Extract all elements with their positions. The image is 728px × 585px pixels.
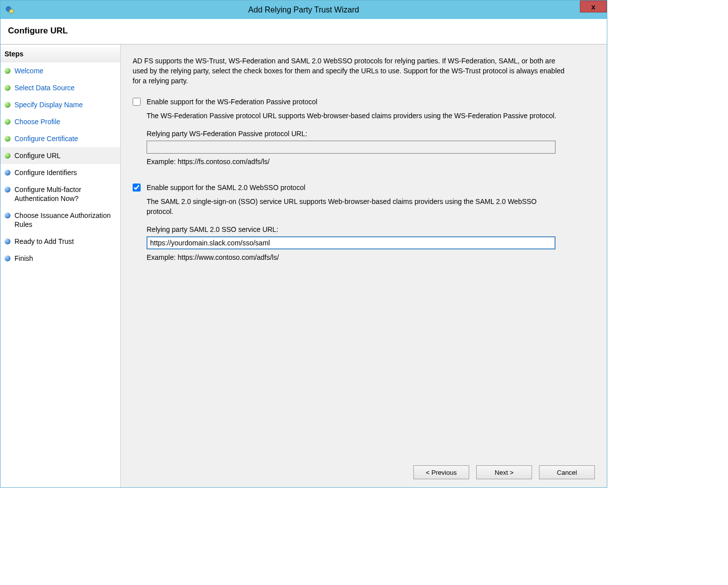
page-title: Configure URL — [8, 26, 599, 36]
main-panel: AD FS supports the WS-Trust, WS-Federati… — [121, 45, 607, 487]
saml-description: The SAML 2.0 single-sign-on (SSO) servic… — [147, 196, 560, 216]
step-label: Select Data Source — [14, 83, 75, 92]
wsfed-checkbox-label[interactable]: Enable support for the WS-Federation Pas… — [147, 98, 317, 106]
steps-panel: Steps WelcomeSelect Data SourceSpecify D… — [0, 45, 121, 487]
step-bullet-icon — [4, 255, 10, 261]
step-item[interactable]: Select Data Source — [0, 79, 120, 96]
step-item[interactable]: Configure Multi-factor Authentication No… — [0, 181, 120, 207]
page-header: Configure URL — [0, 19, 607, 44]
svg-rect-2 — [10, 10, 13, 12]
titlebar: Add Relying Party Trust Wizard x — [0, 0, 607, 19]
saml-checkbox[interactable] — [133, 184, 141, 192]
step-bullet-icon — [4, 102, 10, 108]
wsfed-example: Example: https://fs.contoso.com/adfs/ls/ — [147, 158, 595, 166]
button-row: < Previous Next > Cancel — [133, 459, 595, 481]
next-button[interactable]: Next > — [476, 465, 532, 479]
step-item[interactable]: Finish — [0, 250, 120, 267]
step-item[interactable]: Configure Identifiers — [0, 164, 120, 181]
step-label: Finish — [14, 254, 33, 263]
main-content: AD FS supports the WS-Trust, WS-Federati… — [133, 56, 595, 459]
intro-text: AD FS supports the WS-Trust, WS-Federati… — [133, 56, 566, 86]
step-label: Ready to Add Trust — [14, 237, 74, 246]
saml-url-input[interactable] — [147, 236, 555, 249]
saml-checkbox-label[interactable]: Enable support for the SAML 2.0 WebSSO p… — [147, 184, 305, 192]
step-bullet-icon — [4, 187, 10, 193]
step-item[interactable]: Configure Certificate — [0, 130, 120, 147]
wsfed-description: The WS-Federation Passive protocol URL s… — [147, 111, 560, 121]
step-bullet-icon — [4, 85, 10, 91]
step-label: Choose Profile — [14, 117, 60, 126]
step-item[interactable]: Specify Display Name — [0, 96, 120, 113]
content-area: Steps WelcomeSelect Data SourceSpecify D… — [0, 44, 607, 487]
wsfed-url-label: Relying party WS-Federation Passive prot… — [147, 130, 595, 138]
window-title: Add Relying Party Trust Wizard — [0, 5, 607, 14]
step-label: Configure Multi-factor Authentication No… — [14, 185, 115, 203]
step-label: Specify Display Name — [14, 100, 83, 109]
wizard-window: Add Relying Party Trust Wizard x Configu… — [0, 0, 607, 488]
app-icon — [5, 5, 14, 14]
wsfed-block: Enable support for the WS-Federation Pas… — [133, 98, 595, 166]
close-button[interactable]: x — [580, 0, 607, 12]
step-item[interactable]: Configure URL — [0, 147, 120, 164]
step-bullet-icon — [4, 212, 10, 218]
saml-url-label: Relying party SAML 2.0 SSO service URL: — [147, 225, 595, 233]
step-label: Configure URL — [14, 151, 61, 160]
previous-button[interactable]: < Previous — [413, 465, 469, 479]
step-list: WelcomeSelect Data SourceSpecify Display… — [0, 62, 120, 267]
step-item[interactable]: Ready to Add Trust — [0, 233, 120, 250]
step-label: Configure Identifiers — [14, 168, 77, 177]
step-label: Welcome — [14, 66, 43, 75]
step-bullet-icon — [4, 136, 10, 142]
step-bullet-icon — [4, 119, 10, 125]
step-item[interactable]: Choose Issuance Authorization Rules — [0, 207, 120, 233]
step-bullet-icon — [4, 68, 10, 74]
steps-heading: Steps — [0, 47, 120, 62]
step-bullet-icon — [4, 238, 10, 244]
step-item[interactable]: Choose Profile — [0, 113, 120, 130]
cancel-button[interactable]: Cancel — [539, 465, 595, 479]
saml-block: Enable support for the SAML 2.0 WebSSO p… — [133, 184, 595, 261]
step-bullet-icon — [4, 153, 10, 159]
wsfed-checkbox[interactable] — [133, 98, 141, 106]
wsfed-url-input[interactable] — [147, 141, 555, 154]
close-icon: x — [591, 2, 595, 11]
step-label: Choose Issuance Authorization Rules — [14, 211, 115, 229]
step-label: Configure Certificate — [14, 134, 78, 143]
step-bullet-icon — [4, 170, 10, 176]
step-item[interactable]: Welcome — [0, 62, 120, 79]
saml-example: Example: https://www.contoso.com/adfs/ls… — [147, 253, 595, 261]
